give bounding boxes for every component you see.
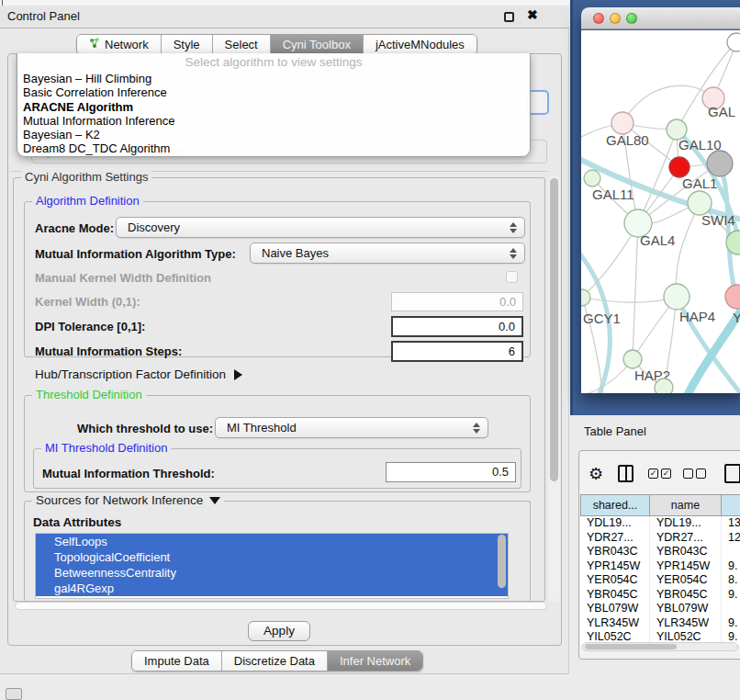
minimize-traffic-light[interactable]: [610, 13, 621, 24]
tab-discretize-data[interactable]: Discretize Data: [222, 651, 328, 671]
network-graph: GALGAL80GAL10GAL1GAL11SWI4GAL4GCY1HAP4YH…: [581, 30, 740, 393]
sources-toggle[interactable]: Sources for Network Inference: [32, 493, 224, 507]
network-node[interactable]: [655, 378, 673, 393]
network-nodes[interactable]: GALGAL80GAL10GAL1GAL11SWI4GAL4GCY1HAP4YH…: [581, 33, 740, 393]
mi-threshold-field[interactable]: 0.5: [386, 462, 516, 482]
node-label-y: Y: [733, 310, 740, 325]
algorithm-option-dream8-dc-tdc-algorithm[interactable]: Dream8 DC_TDC Algorithm: [17, 141, 530, 155]
apply-button[interactable]: Apply: [248, 621, 310, 641]
algorithm-popup: Select algorithm to view settings Bayesi…: [17, 53, 531, 157]
split-columns-icon[interactable]: [618, 465, 633, 482]
cyni-bottom-tabs: Impute DataDiscretize DataInfer Network: [131, 650, 423, 672]
network-node-gal1[interactable]: [669, 157, 690, 177]
table-row-yer054c[interactable]: YER054CYER054C8.: [580, 573, 740, 588]
algorithm-popup-list: Bayesian – Hill ClimbingBasic Correlatio…: [17, 72, 530, 156]
aracne-mode-combo[interactable]: Discovery: [116, 217, 525, 238]
tab-infer-network[interactable]: Infer Network: [328, 651, 422, 671]
collapse-down-icon: [209, 497, 220, 504]
tab-network[interactable]: Network: [77, 35, 162, 54]
select-all-columns-icon[interactable]: ✓✓: [648, 469, 671, 479]
network-node-gcy1[interactable]: [581, 289, 590, 306]
table-cell: YLR345W: [580, 616, 650, 631]
gear-icon[interactable]: ⚙: [589, 464, 603, 484]
table-header: shared...name: [580, 494, 740, 516]
checked-box-icon: ✓: [648, 469, 658, 479]
algorithm-option-bayesian-hill-climbing[interactable]: Bayesian – Hill Climbing: [17, 72, 530, 85]
network-window-titlebar[interactable]: [581, 7, 740, 29]
network-canvas[interactable]: GALGAL80GAL10GAL1GAL11SWI4GAL4GCY1HAP4YH…: [581, 30, 740, 393]
algorithm-option-bayesian-k2[interactable]: Bayesian – K2: [17, 128, 530, 141]
network-node[interactable]: [707, 151, 733, 176]
column-header-name[interactable]: name: [650, 494, 722, 516]
table-cell: [722, 545, 740, 559]
deselect-all-columns-icon[interactable]: [683, 469, 706, 479]
tab-select[interactable]: Select: [213, 35, 271, 54]
settings-scrollbar-thumb[interactable]: [550, 178, 558, 481]
table-cell: YLR345W: [650, 616, 722, 631]
close-icon[interactable]: ✖: [527, 7, 538, 22]
kernel-width-field[interactable]: 0.0: [391, 292, 523, 311]
attribute-item-topologicalcoefficient[interactable]: TopologicalCoefficient: [36, 549, 508, 565]
tab-impute-data[interactable]: Impute Data: [132, 651, 222, 671]
table-hscrollbar-thumb[interactable]: [585, 644, 677, 649]
data-attributes-list[interactable]: SelfLoopsTopologicalCoefficientBetweenne…: [35, 533, 509, 599]
table-row-ybr043c[interactable]: YBR043CYBR043C: [580, 545, 740, 559]
tab-label: Cyni Toolbox: [283, 38, 351, 51]
network-node-gal80[interactable]: [611, 112, 633, 134]
combo-arrows-icon: [510, 248, 517, 259]
which-threshold-combo[interactable]: MI Threshold: [215, 417, 488, 438]
hub-definition-toggle[interactable]: Hub/Transcription Factor Definition: [35, 367, 242, 381]
zoom-traffic-light[interactable]: [626, 13, 637, 24]
table-cell: YBL079W: [580, 602, 650, 616]
algorithm-option-mutual-information-inference[interactable]: Mutual Information Inference: [17, 114, 530, 128]
tab-style[interactable]: Style: [162, 35, 213, 54]
network-node-hap4[interactable]: [664, 284, 690, 310]
algorithm-option-basic-correlation-inference[interactable]: Basic Correlation Inference: [17, 85, 530, 99]
table-hscrollbar[interactable]: [582, 642, 738, 651]
control-panel: Control Panel ✖ NetworkStyleSelectCyni T…: [0, 0, 569, 674]
table-cell: YDR27...: [580, 531, 650, 546]
node-label-gal11: GAL11: [592, 186, 634, 202]
table-cell: 12: [722, 531, 740, 546]
mi-steps-field[interactable]: 6: [391, 341, 523, 362]
table-cell: 9.: [722, 559, 740, 574]
attribute-item-gal4rgexp[interactable]: gal4RGexp: [36, 581, 508, 596]
column-header-shared[interactable]: shared...: [580, 494, 650, 516]
attribute-item-betweennesscentrality[interactable]: BetweennessCentrality: [36, 565, 508, 581]
table-row-ypr145w[interactable]: YPR145WYPR145W9.: [580, 559, 740, 574]
table-row-ydl19[interactable]: YDL19...YDL19...13: [580, 516, 740, 531]
node-label-gal80: GAL80: [606, 132, 649, 148]
tab-label: Style: [174, 38, 200, 51]
network-node-y[interactable]: [725, 285, 740, 309]
network-view-window[interactable]: GALGAL80GAL10GAL1GAL11SWI4GAL4GCY1HAP4YH…: [581, 7, 740, 393]
tab-label: Impute Data: [144, 654, 209, 668]
table-cell: YPR145W: [650, 559, 722, 574]
tab-jactivemnodules[interactable]: jActiveMNodules: [364, 35, 477, 54]
attributes-scrollbar-thumb[interactable]: [498, 535, 506, 588]
page-icon[interactable]: [724, 464, 740, 483]
attribute-item-selfloops[interactable]: SelfLoops: [36, 534, 508, 549]
expand-right-icon: [234, 369, 242, 380]
checked-box-icon: ✓: [661, 469, 671, 479]
mi-type-combo[interactable]: Naive Bayes: [250, 243, 525, 264]
table-row-ylr345w[interactable]: YLR345WYLR345W9.: [580, 616, 740, 631]
algorithm-definition-title: Algorithm Definition: [32, 194, 143, 208]
table-row-ybr045c[interactable]: YBR045CYBR045C9.: [580, 588, 740, 603]
column-header-col2[interactable]: [722, 494, 740, 516]
network-node-hap2[interactable]: [623, 350, 642, 368]
dpi-tolerance-field[interactable]: 0.0: [391, 316, 523, 337]
algorithm-option-aracne-algorithm[interactable]: ARACNE Algorithm: [17, 100, 530, 114]
table-cell: 9.: [722, 616, 740, 631]
manual-kernel-checkbox[interactable]: [506, 271, 518, 283]
close-traffic-light[interactable]: [593, 13, 604, 24]
table-row-ybl079w[interactable]: YBL079WYBL079W: [580, 602, 740, 616]
table-row-ydr27[interactable]: YDR27...YDR27...12: [580, 531, 740, 546]
minimized-panel-button[interactable]: [6, 688, 22, 700]
network-node[interactable]: [727, 33, 740, 51]
float-window-icon[interactable]: [504, 12, 514, 22]
settings-hscrollbar[interactable]: [15, 602, 547, 610]
threshold-definition-title: Threshold Definition: [32, 388, 146, 401]
tab-cyni-toolbox[interactable]: Cyni Toolbox: [271, 35, 364, 54]
network-node-gal11[interactable]: [584, 170, 600, 186]
aracne-mode-label: Aracne Mode:: [35, 221, 114, 235]
